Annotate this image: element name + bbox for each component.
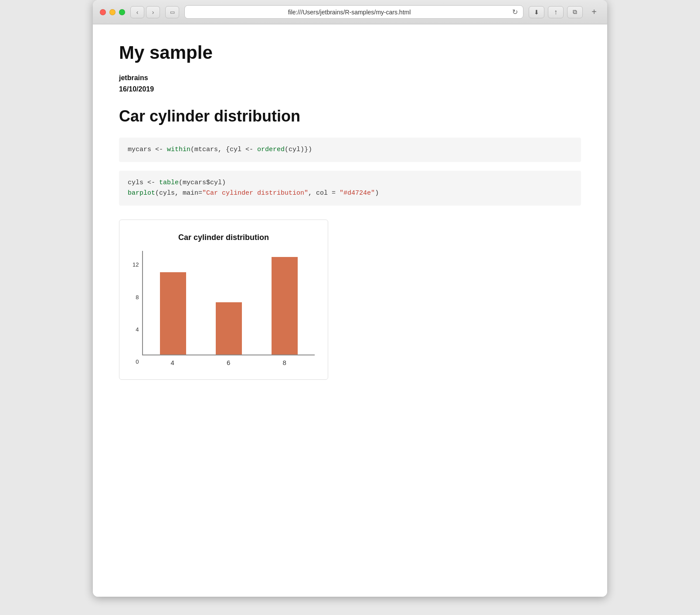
forward-button[interactable]: › <box>146 6 160 18</box>
code-text: (cyls, main= <box>155 189 202 197</box>
minimize-button[interactable] <box>109 9 116 15</box>
chart-area: 0 4 8 12 <box>133 251 315 366</box>
x-label-8: 8 <box>263 359 306 366</box>
duplicate-button[interactable]: ⧉ <box>567 6 583 18</box>
y-label-8: 8 <box>133 294 139 300</box>
section-title: Car cylinder distribution <box>119 107 581 125</box>
browser-titlebar: ‹ › ▭ file:///Users/jetbrains/R-samples/… <box>93 0 607 24</box>
bar-8cyl <box>272 257 298 355</box>
share-button[interactable]: ↑ <box>548 6 564 18</box>
x-labels: 4 6 8 <box>142 355 315 366</box>
code-keyword-table: table <box>159 179 179 186</box>
code-text: mycars <- <box>128 146 167 153</box>
code-block-2: cyls <- table(mycars$cyl) barplot(cyls, … <box>119 171 581 206</box>
close-button[interactable] <box>100 9 106 15</box>
url-text: file:///Users/jetbrains/R-samples/my-car… <box>190 9 509 16</box>
code-string-col: "#d4724e" <box>340 189 375 197</box>
browser-actions: ⬇ ↑ ⧉ <box>529 6 583 18</box>
bar-group-8cyl <box>263 257 306 355</box>
refresh-button[interactable]: ↻ <box>512 8 518 16</box>
page-content: My sample jetbrains 16/10/2019 Car cylin… <box>93 24 607 597</box>
back-button[interactable]: ‹ <box>130 6 144 18</box>
sidebar-toggle-button[interactable]: ▭ <box>165 6 179 18</box>
code-line-1: cyls <- table(mycars$cyl) <box>128 178 572 188</box>
bar-group-6cyl <box>207 302 250 355</box>
sidebar-icon: ▭ <box>170 9 175 15</box>
code-text: (cyl)}) <box>285 146 312 153</box>
bar-6cyl <box>216 302 242 355</box>
code-keyword-barplot: barplot <box>128 189 155 197</box>
code-text: , col = <box>308 189 340 197</box>
y-label-0: 0 <box>133 359 139 365</box>
date: 16/10/2019 <box>119 85 581 93</box>
code-keyword-within: within <box>167 146 190 153</box>
chart-container: Car cylinder distribution 0 4 8 12 <box>119 220 328 380</box>
url-bar[interactable]: file:///Users/jetbrains/R-samples/my-car… <box>184 5 523 19</box>
bars-and-xaxis: 4 6 8 <box>142 251 315 366</box>
code-string-main: "Car cylinder distribution" <box>202 189 308 197</box>
plus-icon: + <box>591 7 597 17</box>
bars-area <box>142 251 315 355</box>
code-text: (mycars$cyl) <box>179 179 226 186</box>
y-label-12: 12 <box>133 262 139 267</box>
bar-4cyl <box>160 272 186 355</box>
y-label-4: 4 <box>133 327 139 332</box>
page-title: My sample <box>119 42 581 64</box>
code-keyword-ordered: ordered <box>257 146 285 153</box>
x-label-4: 4 <box>151 359 194 366</box>
code-line-2: barplot(cyls, main="Car cylinder distrib… <box>128 188 572 199</box>
code-text: cyls <- <box>128 179 159 186</box>
duplicate-icon: ⧉ <box>573 8 577 16</box>
traffic-lights <box>100 9 125 15</box>
code-text: ) <box>375 189 379 197</box>
back-icon: ‹ <box>136 9 139 16</box>
browser-window: ‹ › ▭ file:///Users/jetbrains/R-samples/… <box>93 0 607 597</box>
author: jetbrains <box>119 74 581 82</box>
y-axis: 0 4 8 12 <box>133 262 139 366</box>
share-icon: ↑ <box>554 8 557 16</box>
nav-buttons: ‹ › <box>130 6 160 18</box>
code-block-1: mycars <- within(mtcars, {cyl <- ordered… <box>119 138 581 162</box>
bar-group-4cyl <box>152 272 194 355</box>
download-button[interactable]: ⬇ <box>529 6 544 18</box>
maximize-button[interactable] <box>119 9 125 15</box>
download-icon: ⬇ <box>534 9 539 16</box>
chart-title: Car cylinder distribution <box>133 233 315 242</box>
code-text: (mtcars, {cyl <- <box>190 146 257 153</box>
new-tab-button[interactable]: + <box>588 6 600 18</box>
x-label-6: 6 <box>207 359 250 366</box>
forward-icon: › <box>152 9 154 16</box>
